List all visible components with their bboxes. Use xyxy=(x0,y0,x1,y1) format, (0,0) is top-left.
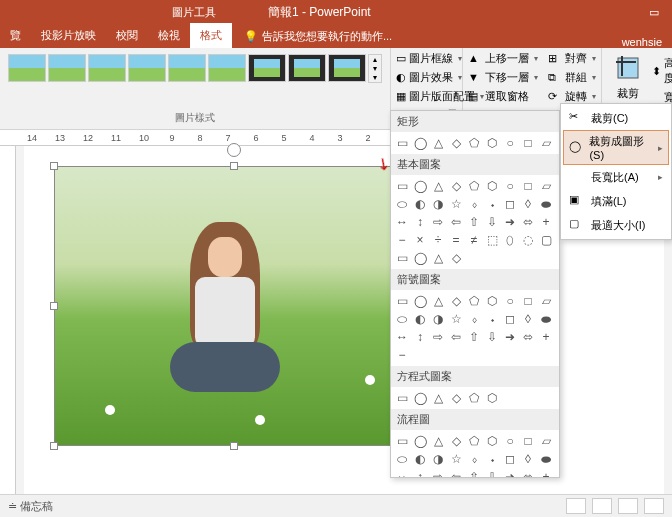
picture-layout-button[interactable]: ▦圖片版面配置▾ xyxy=(393,88,460,105)
picture-styles-gallery[interactable]: ▴▾▾ xyxy=(4,50,386,87)
style-thumb[interactable] xyxy=(208,54,246,82)
tab-review[interactable]: 校閱 xyxy=(106,23,148,48)
shape-option[interactable]: ⬩ xyxy=(484,451,500,467)
shape-option[interactable]: ⬩ xyxy=(484,311,500,327)
user-name[interactable]: wenhsie xyxy=(622,36,672,48)
shape-option[interactable]: ⬄ xyxy=(520,214,536,230)
crop-menu-crop[interactable]: ✂裁剪(C) xyxy=(563,106,669,130)
shape-option[interactable]: ◐ xyxy=(412,196,428,212)
shape-option[interactable]: ◌ xyxy=(520,232,536,248)
resize-handle[interactable] xyxy=(50,442,58,450)
shape-option[interactable]: ☆ xyxy=(448,451,464,467)
shape-option[interactable]: ◊ xyxy=(520,451,536,467)
shape-option[interactable]: △ xyxy=(430,178,446,194)
shape-option[interactable]: ▭ xyxy=(394,178,410,194)
shape-option[interactable]: ◯ xyxy=(412,178,428,194)
shape-option[interactable]: ⬡ xyxy=(484,178,500,194)
style-thumb[interactable] xyxy=(128,54,166,82)
align-button[interactable]: ⊞對齊▾ xyxy=(545,50,599,67)
style-thumb[interactable] xyxy=(48,54,86,82)
send-backward-button[interactable]: ▼下移一層▾ xyxy=(465,69,541,86)
resize-handle[interactable] xyxy=(230,162,238,170)
tab-view-partial[interactable]: 覽 xyxy=(0,23,31,48)
shape-option[interactable]: ◑ xyxy=(430,196,446,212)
shape-option[interactable]: ⬭ xyxy=(394,311,410,327)
shape-option[interactable]: ◯ xyxy=(412,390,428,406)
shape-option[interactable]: ○ xyxy=(502,433,518,449)
gallery-more-button[interactable]: ▴▾▾ xyxy=(368,54,382,83)
shape-option[interactable]: ≠ xyxy=(466,232,482,248)
shape-option[interactable]: ⬡ xyxy=(484,135,500,151)
shape-option[interactable]: ◯ xyxy=(412,433,428,449)
shape-option[interactable]: + xyxy=(538,469,554,478)
shape-option[interactable]: ⬠ xyxy=(466,293,482,309)
shape-option[interactable]: ⬡ xyxy=(484,433,500,449)
shape-option[interactable]: ⬡ xyxy=(484,293,500,309)
shape-option[interactable]: ◻ xyxy=(502,311,518,327)
selected-picture[interactable] xyxy=(54,166,414,446)
rotate-handle[interactable] xyxy=(227,143,241,157)
shape-option[interactable]: ◻ xyxy=(502,451,518,467)
shape-option[interactable]: ↔ xyxy=(394,469,410,478)
group-button[interactable]: ⧉群組▾ xyxy=(545,69,599,86)
shape-option[interactable]: ⬨ xyxy=(466,196,482,212)
shape-option[interactable]: ◑ xyxy=(430,311,446,327)
ribbon-options-icon[interactable]: ▭ xyxy=(644,2,664,22)
style-thumb[interactable] xyxy=(248,54,286,82)
shape-option[interactable]: − xyxy=(394,347,410,363)
picture-border-button[interactable]: ▭圖片框線▾ xyxy=(393,50,460,67)
style-thumb[interactable] xyxy=(288,54,326,82)
shape-option[interactable]: ⇩ xyxy=(484,469,500,478)
crop-menu-aspect[interactable]: 長寬比(A)▸ xyxy=(563,165,669,189)
style-thumb[interactable] xyxy=(8,54,46,82)
resize-handle[interactable] xyxy=(230,442,238,450)
shape-option[interactable]: ▱ xyxy=(538,293,554,309)
tab-slideshow[interactable]: 投影片放映 xyxy=(31,23,106,48)
shape-option[interactable]: ○ xyxy=(502,293,518,309)
shape-option[interactable]: ▢ xyxy=(538,232,554,248)
shape-option[interactable]: ◯ xyxy=(412,135,428,151)
shape-option[interactable]: △ xyxy=(430,250,446,266)
shape-option[interactable]: ⬠ xyxy=(466,178,482,194)
shape-option[interactable]: ⬠ xyxy=(466,135,482,151)
shape-option[interactable]: ⬬ xyxy=(538,311,554,327)
shape-option[interactable]: ⬚ xyxy=(484,232,500,248)
shape-option[interactable]: □ xyxy=(520,293,536,309)
notes-button[interactable]: ≐ 備忘稿 xyxy=(8,499,53,514)
shape-option[interactable]: ↔ xyxy=(394,214,410,230)
shape-option[interactable]: ◑ xyxy=(430,451,446,467)
shape-option[interactable]: ◇ xyxy=(448,250,464,266)
shape-option[interactable]: ◯ xyxy=(412,293,428,309)
shape-option[interactable]: ➜ xyxy=(502,329,518,345)
tell-me-search[interactable]: 💡 告訴我您想要執行的動作... xyxy=(240,25,396,48)
shape-option[interactable]: ⇦ xyxy=(448,329,464,345)
shape-option[interactable]: ⬯ xyxy=(502,232,518,248)
shape-option[interactable]: ⇧ xyxy=(466,329,482,345)
crop-menu-fill[interactable]: ▣填滿(L) xyxy=(563,189,669,213)
shape-option[interactable]: ⇨ xyxy=(430,469,446,478)
style-thumb[interactable] xyxy=(168,54,206,82)
shape-option[interactable]: ⇩ xyxy=(484,329,500,345)
shape-option[interactable]: ⬩ xyxy=(484,196,500,212)
view-slideshow-button[interactable] xyxy=(644,498,664,514)
shape-option[interactable]: ◻ xyxy=(502,196,518,212)
selection-pane-button[interactable]: ▤選取窗格 xyxy=(465,88,541,105)
shape-option[interactable]: ◇ xyxy=(448,390,464,406)
resize-handle[interactable] xyxy=(50,302,58,310)
shape-option[interactable]: □ xyxy=(520,135,536,151)
tab-view[interactable]: 檢視 xyxy=(148,23,190,48)
shape-option[interactable]: ▱ xyxy=(538,433,554,449)
shape-option[interactable]: ⇦ xyxy=(448,469,464,478)
shape-option[interactable]: ↔ xyxy=(394,329,410,345)
shape-option[interactable]: □ xyxy=(520,433,536,449)
shape-option[interactable]: ⬡ xyxy=(484,390,500,406)
shape-option[interactable]: □ xyxy=(520,178,536,194)
shape-option[interactable]: ⬭ xyxy=(394,451,410,467)
shape-option[interactable]: ▭ xyxy=(394,433,410,449)
shape-option[interactable]: ⬬ xyxy=(538,196,554,212)
shape-option[interactable]: ▭ xyxy=(394,250,410,266)
shape-option[interactable]: ◇ xyxy=(448,135,464,151)
shape-option[interactable]: ⬠ xyxy=(466,390,482,406)
shape-option[interactable]: ⇦ xyxy=(448,214,464,230)
shape-option[interactable]: ▭ xyxy=(394,135,410,151)
